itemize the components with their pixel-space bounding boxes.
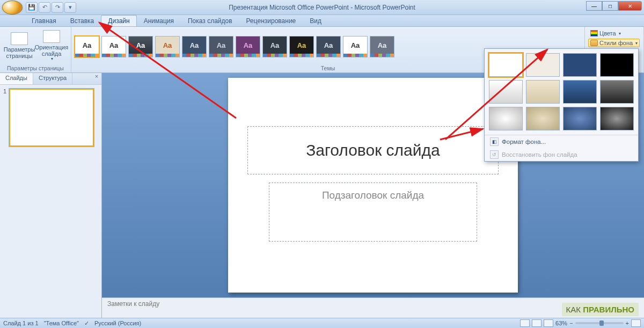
format-background-icon: ◧ [490,137,499,146]
view-slideshow-button[interactable] [544,319,553,327]
theme-item-4[interactable]: Aa [182,36,207,57]
zoom-slider-thumb[interactable] [599,320,604,326]
tab-animation[interactable]: Анимация [137,15,181,26]
slides-pane: Слайды Структура × 1 [0,73,102,318]
slide-orientation-button[interactable]: Ориентация слайда▾ [35,28,68,63]
chevron-down-icon: ▾ [51,57,53,62]
zoom-slider[interactable] [575,322,624,324]
watermark-text-a: КАК [566,305,583,314]
theme-item-5[interactable]: Aa [209,36,233,57]
background-style-9[interactable] [489,107,523,130]
theme-item-1[interactable]: Aa [101,36,126,57]
zoom-out-button[interactable]: − [569,320,573,326]
paint-bucket-icon [590,40,598,46]
theme-item-10[interactable]: Aa [343,36,368,57]
background-style-1[interactable] [489,53,523,77]
tab-slideshow[interactable]: Показ слайдов [181,15,239,26]
theme-color-strip [209,54,233,57]
colors-label: Цвета [599,30,616,37]
view-sorter-button[interactable] [532,319,541,327]
theme-preview: Aa [129,37,152,54]
status-slide-count: Слайд 1 из 1 [3,320,39,326]
format-background-menu-item[interactable]: ◧ Формат фона... [485,135,638,148]
tab-view[interactable]: Вид [303,15,328,26]
format-background-label: Формат фона... [502,139,546,145]
theme-item-3[interactable]: Aa [155,36,180,57]
close-button[interactable]: ✕ [618,1,642,11]
page-setup-label: Параметры страницы [4,46,35,59]
fit-to-window-button[interactable] [631,319,641,327]
background-style-6[interactable] [526,80,560,104]
page-setup-button[interactable]: Параметры страницы [3,28,35,63]
background-style-3[interactable] [563,53,597,77]
title-placeholder[interactable]: Заголовок слайда [247,126,499,174]
theme-item-9[interactable]: Aa [316,36,341,57]
view-normal-button[interactable] [520,319,530,327]
pane-tab-slides[interactable]: Слайды [0,73,33,84]
subtitle-placeholder[interactable]: Подзаголовок слайда [269,183,477,242]
tab-insert[interactable]: Вставка [63,15,101,26]
theme-item-6[interactable]: Aa [236,36,260,57]
spellcheck-icon[interactable]: ✓ [84,320,89,327]
background-styles-dropdown[interactable]: Стили фона ▾ [588,39,640,47]
tab-review[interactable]: Рецензирование [239,15,303,26]
theme-color-strip [236,54,260,57]
tab-home[interactable]: Главная [25,15,63,26]
background-style-10[interactable] [526,107,560,130]
background-style-11[interactable] [563,107,597,130]
theme-item-11[interactable]: Aa [370,36,394,57]
background-style-8[interactable] [600,80,634,104]
qat-save-button[interactable]: 💾 [26,2,38,13]
office-button[interactable] [2,1,23,14]
group-page-setup: Параметры страницы Ориентация слайда▾ Па… [0,27,71,72]
orientation-icon [43,30,60,43]
theme-color-strip [370,54,394,57]
maximize-button[interactable]: □ [602,1,618,11]
theme-item-2[interactable]: Aa [128,36,153,57]
colors-dropdown[interactable]: Цвета ▾ [588,29,623,38]
background-style-5[interactable] [489,80,523,104]
qat-redo-button[interactable]: ↷ [52,2,63,13]
background-style-12[interactable] [600,107,634,130]
titlebar: 💾 ↶ ↷ ▾ Презентация Microsoft Office Pow… [0,0,644,15]
background-menu: ◧ Формат фона... ↺ Восстановить фон слай… [485,135,638,161]
theme-color-strip [343,54,367,57]
thumbnail-preview [9,88,94,147]
theme-preview: Aa [236,37,260,54]
qat-undo-button[interactable]: ↶ [39,2,50,13]
theme-preview: Aa [370,37,394,54]
tab-design[interactable]: Дизайн [101,15,136,26]
reset-background-label: Восстановить фон слайда [502,151,577,158]
background-style-7[interactable] [563,80,597,104]
theme-item-0[interactable]: Aa [75,36,99,57]
theme-color-strip [102,54,126,57]
colors-icon [590,30,598,37]
pane-tab-outline[interactable]: Структура [33,73,72,84]
background-style-2[interactable] [526,53,560,77]
pane-close-button[interactable]: × [92,73,101,84]
group-label-page-setup: Параметры страницы [0,64,71,72]
background-style-4[interactable] [600,53,634,77]
theme-preview: Aa [102,37,126,54]
zoom-in-button[interactable]: + [626,320,629,326]
theme-color-strip [317,54,340,57]
theme-color-strip [129,54,152,57]
theme-item-7[interactable]: Aa [262,36,287,57]
theme-item-8[interactable]: Aa [289,36,314,57]
status-language[interactable]: Русский (Россия) [94,320,141,326]
theme-preview: Aa [343,37,367,54]
pane-tabs: Слайды Структура × [0,73,101,85]
qat-customize-button[interactable]: ▾ [64,2,76,13]
theme-preview: Aa [182,37,206,54]
window-title: Презентация Microsoft Office PowerPoint … [0,4,644,11]
chevron-down-icon: ▾ [635,41,638,46]
thumbnail-number: 1 [3,88,6,147]
thumbnail-item[interactable]: 1 [3,88,98,147]
minimize-button[interactable]: — [586,1,602,11]
thumbnail-list: 1 [0,85,101,318]
theme-preview: Aa [317,37,340,54]
watermark-text-b: ПРАВИЛЬНО [583,305,634,314]
slide-canvas[interactable]: Заголовок слайда Подзаголовок слайда [228,78,518,293]
chevron-down-icon: ▾ [619,31,621,36]
status-zoom: 63% [555,320,567,326]
